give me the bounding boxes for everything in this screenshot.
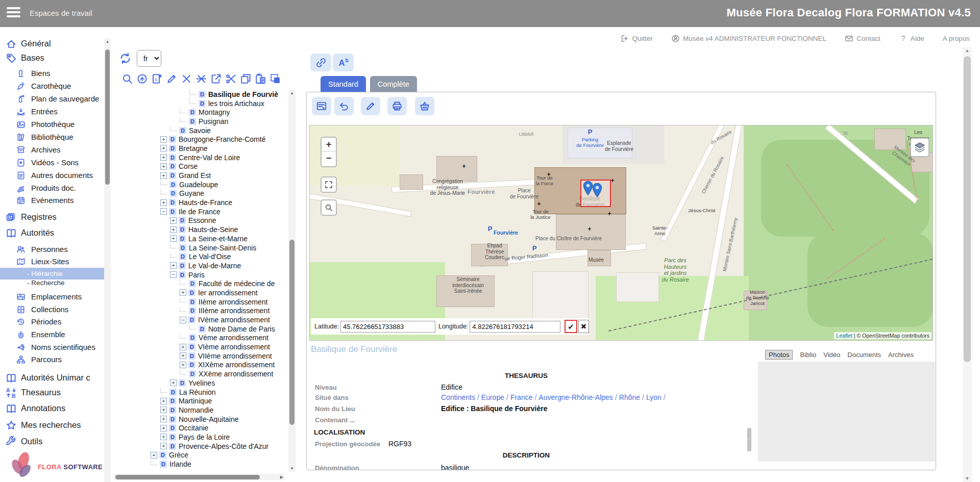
record-edit-button[interactable] (361, 97, 380, 115)
tree-node-label[interactable]: Ile de France (179, 208, 220, 216)
sidebar-item-recherche[interactable]: - Recherche (0, 277, 104, 289)
tree-node-label[interactable]: Guadeloupe (179, 181, 218, 189)
tree-node-label[interactable]: Le Val-d'Oise (189, 252, 231, 261)
record-basket-button[interactable] (415, 97, 434, 115)
sidebar-item-ensemble[interactable]: Ensemble (0, 328, 104, 340)
sidebar-item-autorit-s[interactable]: Autorités (0, 227, 104, 239)
tree-node-label[interactable]: Pusignan (199, 117, 228, 125)
utility-item-contact[interactable]: Contact (845, 34, 880, 43)
tree-node-label[interactable]: Essonne (188, 216, 216, 224)
map-layers-button[interactable] (910, 138, 929, 157)
tree-node-label[interactable]: Martinique (179, 397, 212, 405)
utility-item-aide[interactable]: ?Aide (899, 34, 924, 43)
tree-node-label[interactable]: Montagny (199, 108, 230, 116)
tree-toolbar-add-circle-button[interactable] (136, 73, 148, 85)
tree-node-label[interactable]: Bretagne (179, 144, 208, 153)
latitude-input[interactable] (340, 321, 435, 333)
sidebar-item-lieux-sites[interactable]: Lieux-Sites (0, 256, 104, 267)
sidebar-item-emplacements[interactable]: Emplacements (0, 291, 104, 302)
sidebar-item-outils[interactable]: Outils (0, 436, 104, 447)
scrollbar-thumb[interactable] (115, 475, 260, 479)
tree-node-label[interactable]: Faculté de médecine de (199, 280, 275, 288)
tree-expander-collapsed[interactable]: + (151, 452, 157, 459)
tree-expander-collapsed[interactable]: + (160, 154, 167, 161)
tree-node-label[interactable]: XIXème arrondissement (198, 361, 275, 369)
tree-toolbar-delete-button[interactable] (181, 73, 192, 85)
tree-node-label[interactable]: Notre Dame de Paris (208, 325, 275, 333)
leaflet-link[interactable]: Leaflet (836, 333, 852, 339)
zoom-in-button[interactable]: + (322, 138, 336, 151)
tree-expander-collapsed[interactable]: + (160, 145, 167, 151)
sidebar-item-plan-de-sauvegarde[interactable]: Plan de sauvegarde (0, 93, 104, 105)
tree-expander-collapsed[interactable]: + (170, 379, 177, 386)
tree-toolbar-search-button[interactable] (121, 73, 133, 85)
utility-item-a-propos[interactable]: A propos (943, 35, 970, 42)
tree-node-label[interactable]: Vème arrondissement (199, 334, 268, 342)
leaflet-map[interactable]: PParking de FourvièreEsplanade de Fourvi… (309, 125, 933, 341)
tree-node-label[interactable]: Nouvelle-Aquitaine (179, 415, 239, 423)
sidebar-item-g-n-ral[interactable]: Général (0, 38, 104, 49)
tree-expander-collapsed[interactable]: + (160, 398, 167, 404)
tree-toolbar-paste-button[interactable] (255, 73, 266, 85)
sidebar-item-registres[interactable]: Registres (0, 211, 104, 223)
sidebar-item-annotations[interactable]: Annotations (0, 402, 104, 414)
sidebar-item-autres-documents[interactable]: Autres documents (0, 169, 104, 181)
sidebar-item-biens[interactable]: Biens (0, 67, 104, 79)
tree-toolbar-new-document-button[interactable]: s (151, 73, 163, 85)
map-marker-icon[interactable] (592, 183, 603, 198)
longitude-input[interactable] (470, 321, 560, 333)
refresh-icon[interactable] (119, 52, 132, 65)
tree-expander-collapsed[interactable]: + (160, 425, 167, 432)
tree-expander-collapsed[interactable]: + (160, 443, 167, 449)
utility-item-quitter[interactable]: Quitter (621, 34, 653, 43)
tab-standard[interactable]: Standard (321, 76, 366, 92)
tree-expander-expanded[interactable]: − (160, 208, 167, 215)
record-undo-button[interactable] (334, 97, 354, 115)
hamburger-menu-icon[interactable] (7, 7, 20, 19)
tree-node-label[interactable]: VIème arrondissement (198, 343, 270, 351)
tree-node-label[interactable]: Pays de la Loire (179, 433, 230, 441)
tree-expander-collapsed[interactable]: + (160, 407, 167, 413)
tree-expander-collapsed[interactable]: + (180, 362, 186, 368)
sidebar-item-mes-recherches[interactable]: Mes recherches (0, 419, 104, 431)
sidebar-item-parcours[interactable]: Parcours (0, 353, 104, 365)
tree-node-label[interactable]: Grand Est (179, 171, 211, 180)
sidebar-item-phototh-que[interactable]: Photothèque (0, 118, 104, 130)
tree-toolbar-open-external-button[interactable] (210, 73, 222, 85)
media-tab-documents[interactable]: Documents (847, 351, 881, 359)
scroll-down-icon[interactable]: ▼ (963, 476, 972, 481)
language-select[interactable]: fr (137, 50, 161, 67)
scroll-up-icon[interactable]: ▲ (288, 91, 296, 95)
media-tab-biblio[interactable]: Biblio (800, 351, 816, 359)
tree-toolbar-move-selection-button[interactable] (270, 73, 281, 85)
fullscreen-button[interactable] (321, 176, 337, 193)
breadcrumb-link-rh-ne[interactable]: Rhône (619, 393, 640, 401)
tree-node-label[interactable]: Savoie (189, 126, 211, 135)
tree-expander-collapsed[interactable]: + (160, 136, 167, 143)
sidebar-item-vid-os-sons[interactable]: Vidéos - Sons (0, 157, 104, 168)
breadcrumb-link-continents[interactable]: Continents (441, 393, 475, 401)
tree-node-label[interactable]: Basilique de Fourviè (208, 90, 278, 98)
tree-expander-collapsed[interactable]: + (160, 416, 167, 422)
record-form-select-button[interactable] (312, 97, 331, 115)
media-tab-vid-o[interactable]: Vidéo (823, 351, 840, 359)
tree-node-label[interactable]: Hauts-de-France (179, 198, 232, 207)
tree-node-label[interactable]: les trois Artichaux (208, 99, 264, 108)
tree-node-label[interactable]: Le Val-de-Marne (188, 262, 241, 270)
tree-toolbar-delete-link-button[interactable] (195, 73, 207, 85)
sidebar-item-entr-es[interactable]: Entrées (0, 106, 104, 117)
panel-collapse-handle[interactable]: › (747, 428, 751, 451)
tree-node-label[interactable]: Ier arrondissement (198, 289, 258, 297)
tree-node-label[interactable]: IVème arrondissement (198, 316, 270, 324)
zoom-out-button[interactable]: − (322, 151, 336, 165)
tree-node-label[interactable]: Paris (188, 271, 205, 279)
link-button[interactable] (310, 54, 331, 71)
sidebar-item-bases[interactable]: Bases (0, 52, 104, 64)
scroll-up-icon[interactable]: ▲ (963, 48, 972, 53)
sidebar-item-archives[interactable]: Archives (0, 144, 104, 156)
tree-node-label[interactable]: Bourgogne-Franche-Comté (179, 135, 265, 143)
tree-expander-collapsed[interactable]: + (170, 217, 177, 224)
tree-expander-collapsed[interactable]: + (160, 172, 167, 179)
tree-node-label[interactable]: VIIème arrondissement (198, 352, 272, 360)
breadcrumb-link-lyon[interactable]: Lyon (646, 393, 662, 401)
